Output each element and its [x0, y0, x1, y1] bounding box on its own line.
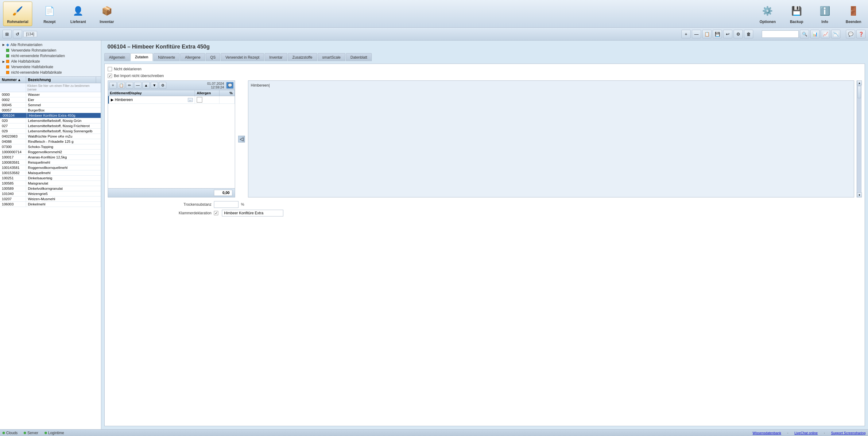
scroll-track[interactable] — [857, 85, 862, 193]
tab-allgemein[interactable]: Allgemein — [104, 53, 130, 61]
datetime-display: 01.07.2024 12:59:24 — [207, 82, 224, 89]
tab-datenblatt[interactable]: Datenblatt — [346, 53, 372, 61]
tree-item-nicht-verwendete-halbfabrikate[interactable]: nicht-verwendete Halbfabrikate — [1, 70, 100, 75]
table-row[interactable]: 07300 Schoko-Topping — [0, 144, 101, 149]
tab-allergene[interactable]: Allergene — [180, 53, 205, 61]
table-row[interactable]: 100585 Maisgranulat — [0, 181, 101, 186]
undo-record-button[interactable]: ↩ — [723, 30, 732, 38]
inner-remove-button[interactable]: — — [134, 82, 142, 89]
rezept-button[interactable]: 📄 Rezept — [38, 2, 60, 26]
cell-bezeichnung: Schoko-Topping — [26, 144, 101, 149]
backup-button[interactable]: 💾 Backup — [785, 2, 808, 26]
column-header-bezeichnung[interactable]: Bezeichnung — [26, 77, 96, 83]
description-area[interactable]: Himbereen — [248, 81, 854, 197]
column-header-nummer[interactable]: Nummer ▲ — [0, 77, 26, 83]
inner-copy-button[interactable]: 📋 — [118, 82, 125, 89]
table-row[interactable]: 029 Lebensmittelfarbstoff, flüssig Sonne… — [0, 129, 101, 134]
nicht-deklarieren-checkbox[interactable] — [108, 67, 112, 71]
table-row[interactable]: 00045 Semmel — [0, 103, 101, 108]
cell-bezeichnung: Himbeer Konfitüre Extra 450g — [27, 113, 101, 118]
cell-bezeichnung: Semmel — [26, 103, 101, 108]
refresh-button[interactable]: ↺ — [13, 30, 22, 38]
tree-item-verwendete-rohmaterialien[interactable]: Verwendete Rohmaterialien — [1, 48, 100, 53]
inner-table-row[interactable]: ▶ Himbereen ... — [108, 96, 235, 104]
search-button[interactable]: 🔍 — [800, 30, 809, 38]
wissensdatenbank-link[interactable]: Wissensdatenbank — [753, 431, 781, 435]
tab-naehrwerte[interactable]: Nährwerte — [153, 53, 180, 61]
cell-bezeichnung: Roggenvollkornquellmehl — [26, 165, 101, 170]
tab-zutaten[interactable]: Zutaten — [130, 53, 153, 61]
tab-verwendet-in-rezept[interactable]: Verwendet in Rezept — [221, 53, 264, 61]
klammerdeklaration-input[interactable] — [222, 210, 283, 216]
scroll-down-arrow[interactable]: ▼ — [857, 193, 862, 197]
tree-item-alle-rohmaterialien[interactable]: ▶ ◆ Alle Rohmaterialien — [1, 42, 100, 48]
save-record-button[interactable]: 💾 — [713, 30, 722, 38]
table-header: Nummer ▲ Bezeichnung — [0, 77, 101, 83]
inner-down-button[interactable]: ▼ — [151, 82, 158, 89]
inner-add-button[interactable]: + — [109, 82, 117, 89]
table-row[interactable]: 100083581 Reisquellmehl — [0, 160, 101, 165]
search-options-button[interactable]: 📉 — [831, 30, 840, 38]
table-row[interactable]: 100143581 Roggenvollkornquellmehl — [0, 165, 101, 170]
tree-item-nicht-verwendete-rohmaterialien[interactable]: nicht-verwendete Rohmaterialien — [1, 53, 100, 59]
table-row[interactable]: 10207 Weizen-Musmehl — [0, 197, 101, 202]
add-record-button[interactable]: + — [681, 30, 691, 38]
table-row[interactable]: 100017 Ananas-Konfitüre 12,5kg — [0, 155, 101, 160]
toggle-panel-button[interactable]: ⊞ — [2, 30, 12, 38]
secondary-toolbar: ⊞ ↺ [134] + — 📋 💾 ↩ ⚙ 🗑 🔍 📊 📈 📉 💬 ❓ — [0, 28, 868, 40]
rohmaterial-button[interactable]: 🖌️ Rohmaterial — [3, 2, 32, 26]
inner-edit-button[interactable]: ✏ — [126, 82, 133, 89]
inner-comment-button[interactable]: 💬 — [226, 82, 234, 89]
trockensubstanz-label: Trockensubstanz — [172, 202, 212, 207]
table-row[interactable]: 04023983 Waldfrüchte Püree oKe mZu — [0, 134, 101, 139]
inner-up-button[interactable]: ▲ — [143, 82, 150, 89]
comment-button[interactable]: 💬 — [846, 30, 855, 38]
table-row[interactable]: 100251 Dinkelsauerteig — [0, 176, 101, 181]
table-row[interactable]: 1000000714 Roggenvollkornmehl2 — [0, 149, 101, 155]
bei-import-row: Bei Import nicht überschreiben — [108, 74, 862, 78]
delete-record-button[interactable]: 🗑 — [744, 30, 753, 38]
server-label: Server — [27, 431, 38, 435]
search-input[interactable] — [762, 30, 799, 38]
klammerdeklaration-checkbox[interactable] — [214, 211, 218, 215]
table-row[interactable]: 020 Lebensmittelfarbstoff, flüssig Grün — [0, 118, 101, 123]
table-row-selected[interactable]: 006104 Himbeer Konfitüre Extra 450g — [0, 113, 101, 118]
table-row[interactable]: 04088 Rindfleisch - Frikadelle 125 g — [0, 139, 101, 144]
tab-inventar[interactable]: Inventar — [265, 53, 287, 61]
tree-item-label: Alle Halbfabrikate — [11, 59, 40, 63]
table-row[interactable]: 027 Lebensmittelfarbstoff, flüssig Früch… — [0, 123, 101, 129]
search-next-button[interactable]: 📊 — [810, 30, 819, 38]
beenden-button[interactable]: 🚪 Beenden — [842, 2, 865, 26]
inner-settings-button[interactable]: ⚙ — [159, 82, 166, 89]
lieferant-button[interactable]: 👤 Lieferant — [67, 2, 90, 26]
tab-smartscale[interactable]: smartScale — [318, 53, 345, 61]
copy-record-button[interactable]: 📋 — [702, 30, 711, 38]
scrollbar-thumb[interactable] — [858, 86, 861, 98]
help-button[interactable]: ❓ — [856, 30, 866, 38]
optionen-button[interactable]: ⚙️ Optionen — [756, 2, 780, 26]
table-row[interactable]: 106003 Dinkelmehl — [0, 202, 101, 207]
cell-nummer: 029 — [0, 129, 26, 134]
trockensubstanz-input[interactable] — [214, 201, 239, 208]
search-prev-button[interactable]: 📈 — [821, 30, 830, 38]
remove-record-button[interactable]: — — [692, 30, 701, 38]
table-row[interactable]: 0000 Wasser — [0, 92, 101, 97]
livechat-link[interactable]: LiveChat online — [794, 431, 818, 435]
allergen-checkbox[interactable] — [197, 97, 202, 103]
table-row[interactable]: 101040 Weizengrieß — [0, 191, 101, 197]
tree-item-verwendete-halbfabrikate[interactable]: Verwendete Halbfabrikate — [1, 64, 100, 70]
table-row[interactable]: 00057 BurgerBox — [0, 108, 101, 113]
bei-import-checkbox[interactable] — [108, 74, 112, 78]
screensharing-link[interactable]: Support Screensharing — [831, 431, 866, 435]
tree-item-alle-halbfabrikate[interactable]: ▶ Alle Halbfabrikate — [1, 59, 100, 64]
settings-record-button[interactable]: ⚙ — [734, 30, 743, 38]
table-row[interactable]: 0002 Eier — [0, 97, 101, 103]
scroll-up-arrow[interactable]: ▲ — [857, 81, 862, 85]
tab-zusatzstoffe[interactable]: Zusatzstoffe — [288, 53, 317, 61]
info-button[interactable]: ℹ️ Info — [814, 2, 836, 26]
browse-button[interactable]: ... — [188, 98, 193, 102]
table-row[interactable]: 100153582 Maisquellmehl — [0, 170, 101, 176]
inventar-button[interactable]: 📦 Inventar — [96, 2, 118, 26]
table-row[interactable]: 100589 Dinkelvollkorngranulat — [0, 186, 101, 191]
tab-qs[interactable]: QS — [206, 53, 220, 61]
